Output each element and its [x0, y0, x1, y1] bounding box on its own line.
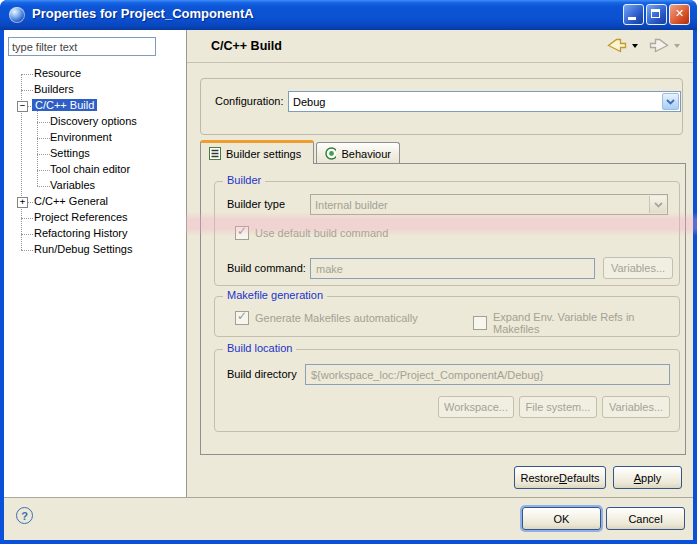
apply-accel: A	[634, 472, 641, 484]
tab-behaviour[interactable]: Behaviour	[316, 142, 400, 164]
restore-defaults-label: Restore	[521, 472, 560, 484]
combo-dropdown-button-disabled	[649, 196, 666, 213]
configuration-label: Configuration:	[215, 95, 284, 107]
tree-item-refactoring-history[interactable]: Refactoring History	[4, 226, 186, 242]
help-icon: ?	[21, 510, 28, 522]
build-location-title: Build location	[223, 342, 296, 354]
forward-icon	[649, 38, 669, 53]
minimize-icon	[628, 17, 636, 20]
configuration-group: Configuration: Debug	[200, 78, 683, 135]
build-directory-label: Build directory	[227, 368, 297, 380]
history-nav	[607, 38, 683, 53]
builder-settings-icon	[209, 147, 221, 160]
window-title: Properties for Project_ComponentA	[32, 6, 254, 21]
tab-builder-settings[interactable]: Builder settings	[200, 140, 314, 164]
dialog-body: Resource Builders C/C++ Build Discovery …	[4, 30, 693, 540]
bottom-separator	[4, 497, 693, 498]
tree-item-label: Discovery options	[50, 115, 137, 127]
chevron-down-icon	[666, 99, 675, 105]
properties-dialog: Properties for Project_ComponentA ✕ Reso…	[0, 0, 697, 544]
cancel-button[interactable]: Cancel	[606, 507, 685, 530]
configuration-combo[interactable]: Debug	[288, 91, 681, 112]
tree-item-resource[interactable]: Resource	[4, 66, 186, 82]
generate-makefiles-label: Generate Makefiles automatically	[255, 312, 418, 324]
file-system-button: File system...	[519, 396, 597, 418]
restore-defaults-button[interactable]: Restore Defaults	[514, 466, 606, 489]
maximize-button[interactable]	[646, 4, 667, 25]
tree-item-label: Environment	[50, 131, 112, 143]
panel-divider[interactable]	[186, 30, 187, 497]
tree-item-settings[interactable]: Settings	[4, 146, 186, 162]
tree-item-project-references[interactable]: Project References	[4, 210, 186, 226]
close-icon: ✕	[670, 7, 689, 20]
close-button[interactable]: ✕	[669, 4, 690, 25]
tree-item-builders[interactable]: Builders	[4, 82, 186, 98]
tree-expand-plus-icon[interactable]	[17, 197, 28, 208]
tree-item-cpp-general[interactable]: C/C++ General	[4, 194, 186, 210]
generate-makefiles-row: Generate Makefiles automatically	[235, 311, 418, 325]
maximize-icon	[651, 9, 660, 18]
tree-item-run-debug-settings[interactable]: Run/Debug Settings	[4, 242, 186, 258]
build-command-field: make	[310, 258, 595, 279]
tree-item-tool-chain-editor[interactable]: Tool chain editor	[4, 162, 186, 178]
use-default-build-command-checkbox	[235, 226, 249, 240]
makefile-generation-title: Makefile generation	[223, 289, 327, 301]
configuration-value: Debug	[289, 96, 661, 108]
build-command-label: Build command:	[227, 262, 306, 274]
variables-button-location: Variables...	[602, 396, 670, 418]
builder-type-label: Builder type	[227, 198, 285, 210]
ok-button[interactable]: OK	[522, 507, 601, 530]
filter-input[interactable]	[8, 37, 156, 56]
builder-group-title: Builder	[223, 174, 265, 186]
builder-type-combo: Internal builder	[310, 194, 668, 215]
back-dropdown-icon[interactable]	[632, 44, 638, 48]
tree-item-label: Run/Debug Settings	[34, 243, 132, 255]
tree-collapse-minus-icon[interactable]	[17, 101, 28, 112]
chevron-down-icon	[654, 202, 663, 208]
build-directory-field: ${workspace_loc:/Project_ComponentA/Debu…	[305, 364, 670, 385]
tab-label: Builder settings	[226, 148, 301, 160]
tree-item-cpp-build[interactable]: C/C++ Build	[4, 98, 186, 114]
page-header: C/C++ Build	[187, 30, 693, 63]
forward-dropdown-icon	[674, 44, 680, 48]
tree-item-label: Variables	[50, 179, 95, 191]
makefile-generation-group: Makefile generation Generate Makefiles a…	[214, 296, 680, 337]
tree-item-label: Project References	[34, 211, 128, 223]
tree-item-label: Builders	[34, 83, 74, 95]
back-icon[interactable]	[607, 38, 627, 53]
tree-item-label: Refactoring History	[34, 227, 128, 239]
tree-item-label: Resource	[34, 67, 81, 79]
workspace-button: Workspace...	[438, 396, 514, 418]
use-default-build-command-row: Use default build command	[235, 226, 388, 240]
tree-item-variables[interactable]: Variables	[4, 178, 186, 194]
tree-item-label: Tool chain editor	[50, 163, 130, 175]
sidebar: Resource Builders C/C++ Build Discovery …	[4, 30, 186, 497]
tree-item-label: C/C++ Build	[32, 99, 97, 111]
window-controls: ✕	[623, 4, 690, 25]
tree-item-discovery-options[interactable]: Discovery options	[4, 114, 186, 130]
tree-item-environment[interactable]: Environment	[4, 130, 186, 146]
combo-dropdown-button[interactable]	[662, 93, 679, 110]
expand-env-refs-label: Expand Env. Variable Refs in Makefiles	[493, 311, 679, 335]
restore-defaults-accel: D	[559, 472, 567, 484]
behaviour-icon	[325, 147, 336, 160]
variables-button: Variables...	[603, 257, 673, 279]
builder-settings-panel: Builder Builder type Internal builder Us…	[200, 163, 686, 455]
apply-label: pply	[641, 472, 661, 484]
help-button[interactable]: ?	[16, 507, 33, 524]
minimize-button[interactable]	[623, 4, 644, 25]
restore-defaults-label-end: efaults	[567, 472, 599, 484]
apply-button[interactable]: Apply	[613, 466, 682, 489]
tree-item-label: C/C++ General	[34, 195, 108, 207]
builder-type-value: Internal builder	[311, 199, 648, 211]
generate-makefiles-checkbox	[235, 311, 249, 325]
tree-item-label: Settings	[50, 147, 90, 159]
builder-group: Builder Builder type Internal builder Us…	[214, 181, 680, 286]
expand-env-refs-checkbox	[473, 316, 487, 330]
page-title: C/C++ Build	[211, 39, 282, 53]
use-default-build-command-label: Use default build command	[255, 227, 388, 239]
build-location-group: Build location Build directory ${workspa…	[214, 349, 680, 432]
window-icon[interactable]	[9, 7, 25, 23]
titlebar: Properties for Project_ComponentA ✕	[0, 0, 697, 30]
tab-label: Behaviour	[341, 148, 391, 160]
